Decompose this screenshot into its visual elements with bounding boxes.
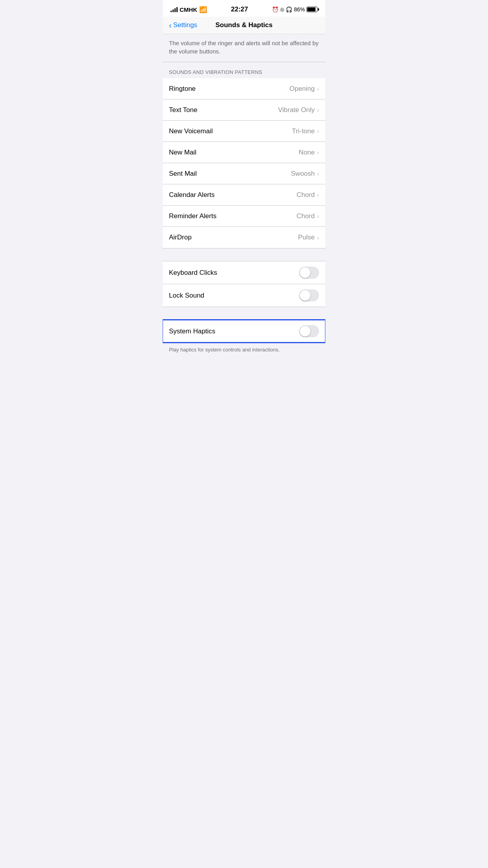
section-spacer-2 xyxy=(163,307,325,320)
reminder-alerts-row[interactable]: Reminder Alerts Chord › xyxy=(163,206,325,227)
location-icon: ◎ xyxy=(280,7,284,12)
status-bar: CMHK 📶 22:27 ⏰ ◎ 🎧 86% xyxy=(163,0,325,17)
toggle-group: Keyboard Clicks Lock Sound xyxy=(163,261,325,307)
status-time: 22:27 xyxy=(231,6,248,13)
airdrop-row[interactable]: AirDrop Pulse › xyxy=(163,227,325,248)
back-label: Settings xyxy=(173,21,197,29)
haptics-group: System Haptics xyxy=(163,320,325,342)
lock-sound-toggle[interactable] xyxy=(299,289,319,302)
nav-bar: ‹ Settings Sounds & Haptics xyxy=(163,17,325,34)
haptics-footer: Play haptics for system controls and int… xyxy=(163,342,325,361)
chevron-icon: › xyxy=(317,191,319,198)
lock-sound-label: Lock Sound xyxy=(169,292,204,300)
status-right: ⏰ ◎ 🎧 86% xyxy=(272,6,317,13)
text-tone-row[interactable]: Text Tone Vibrate Only › xyxy=(163,99,325,121)
carrier-label: CMHK xyxy=(180,6,197,13)
calendar-alerts-value: Chord › xyxy=(297,191,319,199)
chevron-icon: › xyxy=(317,128,319,134)
battery-percent: 86% xyxy=(294,6,305,13)
page-title: Sounds & Haptics xyxy=(215,21,272,29)
new-voicemail-row[interactable]: New Voicemail Tri-tone › xyxy=(163,121,325,142)
system-haptics-label: System Haptics xyxy=(169,327,215,335)
chevron-icon: › xyxy=(317,170,319,177)
calendar-alerts-row[interactable]: Calendar Alerts Chord › xyxy=(163,184,325,206)
toggle-thumb xyxy=(300,326,310,337)
section-header-sounds: SOUNDS AND VIBRATION PATTERNS xyxy=(163,62,325,78)
system-haptics-row[interactable]: System Haptics xyxy=(163,320,325,342)
signal-icon xyxy=(171,7,178,12)
status-left: CMHK 📶 xyxy=(171,6,207,13)
battery-icon xyxy=(306,7,317,12)
keyboard-clicks-toggle[interactable] xyxy=(299,267,319,279)
section-spacer-1 xyxy=(163,248,325,261)
new-mail-row[interactable]: New Mail None › xyxy=(163,142,325,163)
headphones-icon: 🎧 xyxy=(286,6,292,13)
sent-mail-value: Swoosh › xyxy=(291,170,319,178)
toggle-thumb xyxy=(300,290,310,301)
chevron-icon: › xyxy=(317,234,319,241)
chevron-icon: › xyxy=(317,213,319,219)
new-voicemail-label: New Voicemail xyxy=(169,127,213,135)
toggle-thumb xyxy=(300,267,310,278)
airdrop-label: AirDrop xyxy=(169,234,192,241)
wifi-icon: 📶 xyxy=(199,6,207,13)
keyboard-clicks-row[interactable]: Keyboard Clicks xyxy=(163,261,325,284)
alarm-icon: ⏰ xyxy=(272,6,279,13)
chevron-icon: › xyxy=(317,149,319,156)
info-text: The volume of the ringer and alerts will… xyxy=(163,34,325,62)
ringtone-value: Opening › xyxy=(290,85,319,93)
sounds-group: Ringtone Opening › Text Tone Vibrate Onl… xyxy=(163,78,325,248)
system-haptics-toggle[interactable] xyxy=(299,325,319,337)
airdrop-value: Pulse › xyxy=(298,234,319,241)
reminder-alerts-value: Chord › xyxy=(297,212,319,220)
lock-sound-row[interactable]: Lock Sound xyxy=(163,284,325,307)
back-button[interactable]: ‹ Settings xyxy=(169,21,197,29)
text-tone-value: Vibrate Only › xyxy=(278,106,319,114)
text-tone-label: Text Tone xyxy=(169,106,197,114)
reminder-alerts-label: Reminder Alerts xyxy=(169,212,216,220)
chevron-icon: › xyxy=(317,107,319,113)
sent-mail-row[interactable]: Sent Mail Swoosh › xyxy=(163,163,325,184)
back-chevron-icon: ‹ xyxy=(169,21,172,29)
sent-mail-label: Sent Mail xyxy=(169,170,197,178)
chevron-icon: › xyxy=(317,85,319,92)
ringtone-label: Ringtone xyxy=(169,85,196,93)
new-voicemail-value: Tri-tone › xyxy=(292,127,319,135)
calendar-alerts-label: Calendar Alerts xyxy=(169,191,215,199)
new-mail-label: New Mail xyxy=(169,149,196,156)
keyboard-clicks-label: Keyboard Clicks xyxy=(169,269,217,277)
new-mail-value: None › xyxy=(299,149,319,156)
ringtone-row[interactable]: Ringtone Opening › xyxy=(163,78,325,99)
